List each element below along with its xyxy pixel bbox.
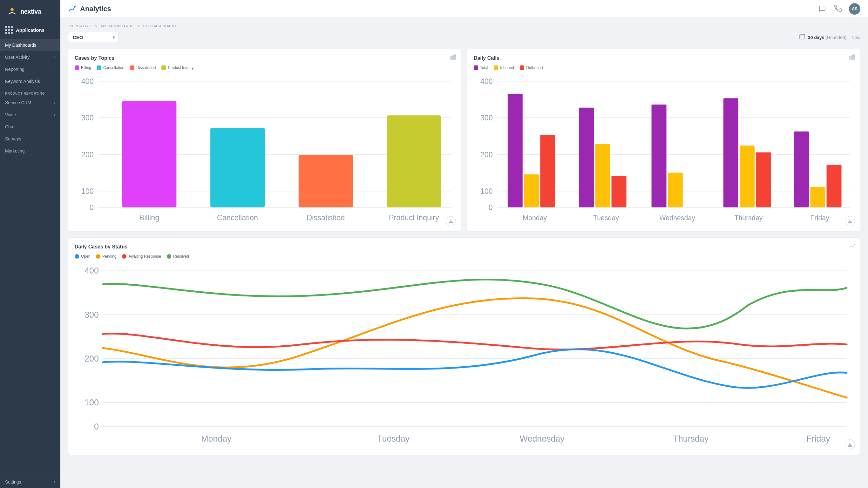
svg-point-1 xyxy=(10,8,14,11)
total-label: Total xyxy=(480,65,488,70)
svg-text:200: 200 xyxy=(81,151,94,159)
svg-rect-25 xyxy=(851,56,853,59)
svg-text:0: 0 xyxy=(90,203,94,212)
bar-dissatisfied xyxy=(299,155,353,208)
sidebar-item-marketing[interactable]: Marketing xyxy=(0,145,60,157)
svg-rect-52 xyxy=(794,131,809,208)
pending-color-dot xyxy=(96,254,100,258)
svg-rect-38 xyxy=(524,175,539,208)
svg-point-3 xyxy=(71,9,72,10)
sidebar-item-chat[interactable]: Chat xyxy=(0,121,60,133)
nextiva-logo-icon xyxy=(6,6,18,17)
sidebar: nextiva Applications My Dashboards User … xyxy=(0,0,60,488)
chevron-icon: › xyxy=(54,55,55,59)
svg-text:Wednesday: Wednesday xyxy=(520,434,565,444)
svg-rect-6 xyxy=(800,34,805,39)
cancellation-color-dot xyxy=(97,65,101,70)
legend-cancellation: Cancellation xyxy=(97,65,124,70)
surveys-label: Surveys xyxy=(5,136,21,142)
sidebar-bottom: Settings › xyxy=(0,476,60,488)
svg-text:Cancellation: Cancellation xyxy=(217,214,258,222)
daily-cases-chart-type-icon[interactable] xyxy=(849,243,855,250)
svg-rect-45 xyxy=(652,104,666,208)
legend-total: Total xyxy=(474,65,488,70)
legend-product-inquiry: Product Inquiry xyxy=(161,65,193,70)
cases-bar-chart: 400 300 200 100 0 Billing Canc xyxy=(75,74,455,224)
chat-label: Chat xyxy=(5,124,14,129)
svg-rect-39 xyxy=(540,135,555,208)
daily-calls-legend: Total Inbound Outbound xyxy=(474,65,854,70)
svg-text:Friday: Friday xyxy=(806,434,830,444)
sidebar-item-surveys[interactable]: Surveys xyxy=(0,133,60,145)
applications-nav[interactable]: Applications xyxy=(0,23,60,39)
svg-rect-7 xyxy=(451,57,452,59)
breadcrumb-my-dashboards: MY DASHBOARDS xyxy=(101,24,134,28)
legend-inbound: Inbound xyxy=(494,65,514,70)
daily-calls-download-button[interactable] xyxy=(845,216,855,226)
svg-text:Tuesday: Tuesday xyxy=(593,214,619,222)
svg-point-4 xyxy=(74,6,75,8)
svg-rect-26 xyxy=(854,55,855,59)
service-crm-label: Service CRM xyxy=(5,100,31,105)
awaiting-label: Awaiting Response xyxy=(128,254,161,258)
notifications-icon-button[interactable] xyxy=(833,4,843,14)
svg-text:Friday: Friday xyxy=(810,214,830,222)
applications-label: Applications xyxy=(16,27,44,33)
daily-cases-title: Daily Cases by Status xyxy=(75,244,854,250)
svg-rect-24 xyxy=(849,57,851,59)
date-range-days: 30 days xyxy=(808,35,824,40)
svg-text:200: 200 xyxy=(480,151,493,159)
outbound-label: Outbound xyxy=(526,65,543,70)
daily-cases-download-button[interactable] xyxy=(845,439,855,450)
pending-label: Pending xyxy=(102,254,116,258)
cases-chart-type-icon[interactable] xyxy=(450,54,456,61)
svg-text:300: 300 xyxy=(81,114,94,122)
dissatisfied-color-dot xyxy=(130,65,134,70)
svg-text:200: 200 xyxy=(85,354,99,363)
svg-text:Thursday: Thursday xyxy=(673,434,709,444)
daily-cases-legend: Open Pending Awaiting Response Resolved xyxy=(75,254,854,258)
inbound-color-dot xyxy=(494,65,498,70)
calendar-icon xyxy=(799,33,805,41)
open-label: Open xyxy=(81,254,90,258)
keyword-analysis-label: Keyword Analysis xyxy=(5,79,40,84)
svg-text:Tuesday: Tuesday xyxy=(377,434,409,444)
outbound-color-dot xyxy=(520,65,524,70)
sidebar-item-my-dashboards[interactable]: My Dashboards xyxy=(0,39,60,51)
dashboard-selector[interactable]: CEO ▾ xyxy=(68,32,119,43)
svg-text:400: 400 xyxy=(81,77,94,86)
top-charts-grid: Cases by Topics Billing Cance xyxy=(68,49,860,232)
svg-rect-53 xyxy=(810,187,825,207)
svg-text:400: 400 xyxy=(480,77,493,86)
breadcrumb: REPORTING > MY DASHBOARDS > CEO DASHBOAR… xyxy=(68,24,860,28)
sidebar-item-keyword-analysis[interactable]: Keyword Analysis xyxy=(0,75,60,87)
breadcrumb-reporting: REPORTING xyxy=(69,24,92,28)
sidebar-item-user-activity[interactable]: User Activity › xyxy=(0,51,60,63)
sidebar-item-settings[interactable]: Settings › xyxy=(0,476,60,488)
page-title: Analytics xyxy=(80,5,111,13)
daily-calls-title: Daily Calls xyxy=(474,55,854,61)
daily-cases-line-chart: 400 300 200 100 0 Monday Tuesday Wednesd… xyxy=(75,263,854,447)
inbound-label: Inbound xyxy=(500,65,514,70)
chat-icon-button[interactable] xyxy=(817,4,827,14)
apps-grid-icon xyxy=(5,26,13,34)
sidebar-item-reporting[interactable]: Reporting › xyxy=(0,63,60,75)
my-dashboards-label: My Dashboards xyxy=(5,42,36,48)
cases-download-button[interactable] xyxy=(446,216,456,226)
legend-dissatisfied: Dissatisfied xyxy=(130,65,156,70)
user-activity-label: User Activity xyxy=(5,55,30,60)
dashboard-select-input[interactable]: CEO xyxy=(68,32,119,43)
daily-calls-chart-type-icon[interactable] xyxy=(849,54,855,61)
resolved-label: Resolved xyxy=(173,254,189,258)
svg-text:100: 100 xyxy=(81,187,94,195)
sidebar-item-service-crm[interactable]: Service CRM › xyxy=(0,97,60,109)
sidebar-item-voice[interactable]: Voice › xyxy=(0,109,60,121)
svg-point-2 xyxy=(69,10,70,11)
legend-billing: Billing xyxy=(75,65,91,70)
avatar[interactable]: AS xyxy=(849,3,860,14)
content-area: REPORTING > MY DASHBOARDS > CEO DASHBOAR… xyxy=(60,18,868,488)
daily-calls-bar-chart: 400 300 200 100 0 Monday xyxy=(474,74,854,224)
svg-text:Thursday: Thursday xyxy=(734,214,763,222)
marketing-label: Marketing xyxy=(5,148,25,153)
legend-open: Open xyxy=(75,254,90,258)
